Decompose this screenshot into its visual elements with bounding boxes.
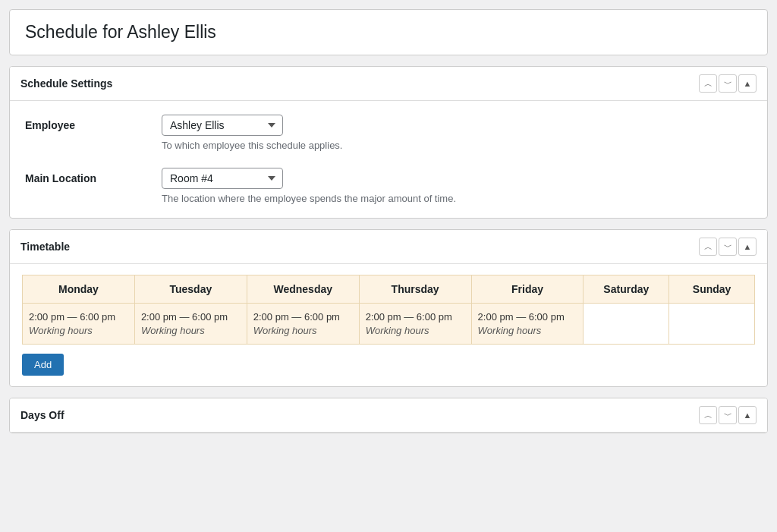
- schedule-settings-body: Employee Ashley Ellis To which employee …: [10, 101, 767, 218]
- page-title-box: Schedule for Ashley Ellis: [9, 9, 768, 55]
- days-off-collapse-down[interactable]: ﹀: [719, 406, 737, 424]
- schedule-settings-header: Schedule Settings ︿ ﹀ ▲: [10, 67, 767, 101]
- schedule-settings-collapse-up[interactable]: ︿: [699, 74, 717, 93]
- days-off-section: Days Off ︿ ﹀ ▲: [9, 398, 768, 433]
- employee-select[interactable]: Ashley Ellis: [162, 115, 283, 136]
- days-off-controls: ︿ ﹀ ▲: [699, 406, 757, 424]
- timetable-title: Timetable: [20, 241, 70, 253]
- days-off-header: Days Off ︿ ﹀ ▲: [10, 398, 767, 433]
- location-field-row: Main Location Room #4 The location where…: [25, 168, 752, 204]
- cell-saturday: [584, 304, 669, 345]
- employee-control: Ashley Ellis To which employee this sche…: [162, 115, 752, 151]
- location-control: Room #4 The location where the employee …: [162, 168, 752, 204]
- col-friday: Friday: [471, 275, 584, 304]
- col-monday: Monday: [23, 275, 135, 304]
- friday-hours: 2:00 pm — 6:00 pm: [478, 311, 577, 323]
- wednesday-label: Working hours: [253, 325, 317, 336]
- schedule-settings-controls: ︿ ﹀ ▲: [699, 74, 757, 93]
- col-saturday: Saturday: [584, 275, 669, 304]
- thursday-hours: 2:00 pm — 6:00 pm: [366, 311, 465, 323]
- days-off-collapse-up[interactable]: ︿: [699, 406, 717, 424]
- cell-thursday: 2:00 pm — 6:00 pm Working hours: [359, 304, 471, 345]
- timetable-header: Timetable ︿ ﹀ ▲: [10, 230, 767, 264]
- table-row: 2:00 pm — 6:00 pm Working hours 2:00 pm …: [23, 304, 755, 345]
- schedule-settings-collapse-down[interactable]: ﹀: [719, 74, 737, 93]
- col-sunday: Sunday: [669, 275, 755, 304]
- schedule-settings-section: Schedule Settings ︿ ﹀ ▲ Employee Ashley …: [9, 66, 768, 219]
- add-button[interactable]: Add: [22, 354, 64, 376]
- days-off-title: Days Off: [20, 409, 64, 421]
- timetable-collapse-down[interactable]: ﹀: [719, 238, 737, 256]
- monday-hours: 2:00 pm — 6:00 pm: [29, 311, 128, 323]
- employee-field-row: Employee Ashley Ellis To which employee …: [25, 115, 752, 151]
- thursday-label: Working hours: [366, 325, 429, 336]
- schedule-settings-arrow-up[interactable]: ▲: [738, 74, 757, 93]
- col-thursday: Thursday: [359, 275, 471, 304]
- timetable-body: Monday Tuesday Wednesday Thursday Friday…: [10, 264, 767, 386]
- employee-label: Employee: [25, 115, 162, 131]
- timetable-header-row: Monday Tuesday Wednesday Thursday Friday…: [23, 275, 755, 304]
- timetable-section: Timetable ︿ ﹀ ▲ Monday Tuesday Wednesday…: [9, 229, 768, 387]
- cell-wednesday: 2:00 pm — 6:00 pm Working hours: [247, 304, 359, 345]
- tuesday-hours: 2:00 pm — 6:00 pm: [141, 311, 241, 323]
- timetable-arrow-up[interactable]: ▲: [738, 238, 757, 256]
- location-help: The location where the employee spends t…: [162, 193, 752, 204]
- cell-monday: 2:00 pm — 6:00 pm Working hours: [23, 304, 135, 345]
- cell-sunday: [669, 304, 755, 345]
- cell-friday: 2:00 pm — 6:00 pm Working hours: [471, 304, 584, 345]
- wednesday-hours: 2:00 pm — 6:00 pm: [253, 311, 353, 323]
- employee-help: To which employee this schedule applies.: [162, 140, 752, 151]
- timetable-controls: ︿ ﹀ ▲: [699, 238, 757, 256]
- schedule-settings-title: Schedule Settings: [20, 77, 112, 90]
- timetable-table: Monday Tuesday Wednesday Thursday Friday…: [22, 275, 755, 345]
- col-tuesday: Tuesday: [134, 275, 247, 304]
- days-off-arrow-up[interactable]: ▲: [738, 406, 757, 424]
- timetable-collapse-up[interactable]: ︿: [699, 238, 717, 256]
- page-title: Schedule for Ashley Ellis: [25, 22, 752, 42]
- location-label: Main Location: [25, 168, 162, 184]
- col-wednesday: Wednesday: [247, 275, 359, 304]
- monday-label: Working hours: [29, 325, 93, 336]
- friday-label: Working hours: [478, 325, 542, 336]
- tuesday-label: Working hours: [141, 325, 205, 336]
- location-select[interactable]: Room #4: [162, 168, 283, 189]
- cell-tuesday: 2:00 pm — 6:00 pm Working hours: [134, 304, 247, 345]
